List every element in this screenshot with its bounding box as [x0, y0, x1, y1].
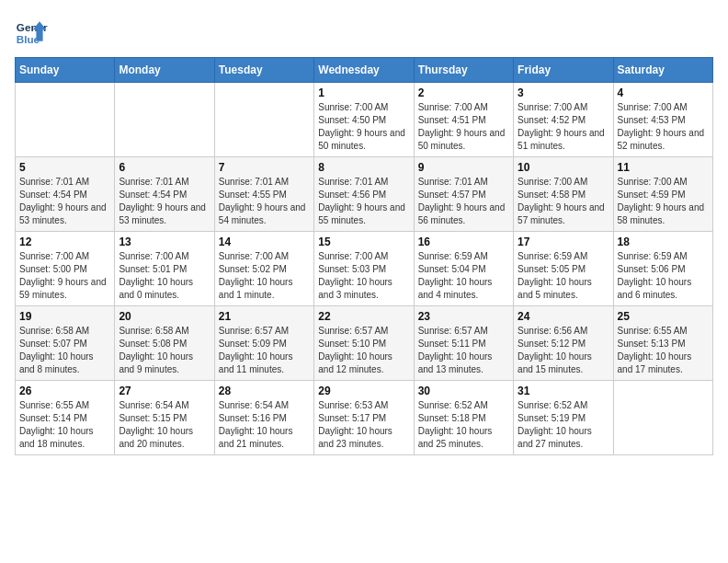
day-number: 18 — [618, 236, 709, 248]
calendar-cell: 16Sunrise: 6:59 AM Sunset: 5:04 PM Dayli… — [414, 232, 513, 306]
day-number: 14 — [219, 236, 310, 248]
day-info: Sunrise: 6:53 AM Sunset: 5:17 PM Dayligh… — [318, 399, 409, 451]
day-info: Sunrise: 6:58 AM Sunset: 5:08 PM Dayligh… — [119, 325, 210, 376]
calendar-cell: 15Sunrise: 7:00 AM Sunset: 5:03 PM Dayli… — [314, 232, 414, 306]
day-info: Sunrise: 6:54 AM Sunset: 5:15 PM Dayligh… — [119, 399, 210, 451]
day-number: 21 — [219, 310, 310, 323]
day-number: 12 — [19, 236, 110, 248]
day-number: 9 — [418, 161, 509, 174]
calendar-cell — [214, 83, 313, 157]
calendar-cell: 26Sunrise: 6:55 AM Sunset: 5:14 PM Dayli… — [16, 381, 115, 455]
day-info: Sunrise: 7:00 AM Sunset: 4:50 PM Dayligh… — [318, 101, 409, 153]
day-number: 26 — [19, 385, 110, 397]
calendar-cell: 5Sunrise: 7:01 AM Sunset: 4:54 PM Daylig… — [16, 157, 115, 232]
day-number: 13 — [119, 236, 210, 248]
day-info: Sunrise: 6:57 AM Sunset: 5:10 PM Dayligh… — [318, 325, 409, 376]
weekday-header: Monday — [115, 58, 214, 83]
day-number: 20 — [119, 310, 210, 323]
calendar-week-row: 26Sunrise: 6:55 AM Sunset: 5:14 PM Dayli… — [16, 381, 713, 455]
calendar-cell: 25Sunrise: 6:55 AM Sunset: 5:13 PM Dayli… — [613, 306, 712, 381]
day-number: 2 — [418, 86, 509, 99]
day-info: Sunrise: 7:00 AM Sunset: 5:01 PM Dayligh… — [119, 250, 210, 302]
day-number: 31 — [518, 385, 609, 397]
day-number: 16 — [418, 236, 509, 248]
day-number: 22 — [318, 310, 409, 323]
day-number: 10 — [518, 161, 609, 174]
calendar-cell: 18Sunrise: 6:59 AM Sunset: 5:06 PM Dayli… — [613, 232, 712, 306]
calendar-week-row: 1Sunrise: 7:00 AM Sunset: 4:50 PM Daylig… — [16, 83, 713, 157]
day-info: Sunrise: 6:58 AM Sunset: 5:07 PM Dayligh… — [19, 325, 110, 376]
day-info: Sunrise: 7:01 AM Sunset: 4:55 PM Dayligh… — [219, 176, 310, 227]
day-number: 8 — [318, 161, 409, 174]
day-number: 27 — [119, 385, 210, 397]
calendar-cell — [115, 83, 214, 157]
day-info: Sunrise: 7:00 AM Sunset: 4:51 PM Dayligh… — [418, 101, 509, 153]
day-info: Sunrise: 7:00 AM Sunset: 5:02 PM Dayligh… — [219, 250, 310, 302]
day-info: Sunrise: 6:55 AM Sunset: 5:13 PM Dayligh… — [618, 325, 709, 376]
calendar-cell: 20Sunrise: 6:58 AM Sunset: 5:08 PM Dayli… — [115, 306, 214, 381]
calendar-cell: 4Sunrise: 7:00 AM Sunset: 4:53 PM Daylig… — [613, 83, 712, 157]
day-number: 7 — [219, 161, 310, 174]
day-info: Sunrise: 7:00 AM Sunset: 4:59 PM Dayligh… — [618, 176, 709, 227]
weekday-header: Tuesday — [214, 58, 313, 83]
day-number: 11 — [618, 161, 709, 174]
calendar-cell: 10Sunrise: 7:00 AM Sunset: 4:58 PM Dayli… — [514, 157, 613, 232]
calendar-cell: 13Sunrise: 7:00 AM Sunset: 5:01 PM Dayli… — [115, 232, 214, 306]
day-number: 5 — [19, 161, 110, 174]
day-info: Sunrise: 6:55 AM Sunset: 5:14 PM Dayligh… — [19, 399, 110, 451]
day-info: Sunrise: 6:59 AM Sunset: 5:04 PM Dayligh… — [418, 250, 509, 302]
day-info: Sunrise: 7:01 AM Sunset: 4:57 PM Dayligh… — [418, 176, 509, 227]
calendar-body: 1Sunrise: 7:00 AM Sunset: 4:50 PM Daylig… — [16, 83, 713, 455]
calendar-cell: 9Sunrise: 7:01 AM Sunset: 4:57 PM Daylig… — [414, 157, 513, 232]
calendar-cell: 2Sunrise: 7:00 AM Sunset: 4:51 PM Daylig… — [414, 83, 513, 157]
day-number: 15 — [318, 236, 409, 248]
day-info: Sunrise: 7:00 AM Sunset: 4:53 PM Dayligh… — [618, 101, 709, 153]
calendar-week-row: 12Sunrise: 7:00 AM Sunset: 5:00 PM Dayli… — [16, 232, 713, 306]
calendar-cell: 12Sunrise: 7:00 AM Sunset: 5:00 PM Dayli… — [16, 232, 115, 306]
weekday-header: Saturday — [613, 58, 712, 83]
logo: General Blue — [15, 15, 48, 48]
weekday-header: Thursday — [414, 58, 513, 83]
weekday-header: Friday — [514, 58, 613, 83]
calendar-cell: 14Sunrise: 7:00 AM Sunset: 5:02 PM Dayli… — [214, 232, 313, 306]
day-number: 23 — [418, 310, 509, 323]
weekday-header-row: SundayMondayTuesdayWednesdayThursdayFrid… — [16, 58, 713, 83]
calendar-cell: 6Sunrise: 7:01 AM Sunset: 4:54 PM Daylig… — [115, 157, 214, 232]
day-number: 1 — [318, 86, 409, 99]
calendar-cell: 27Sunrise: 6:54 AM Sunset: 5:15 PM Dayli… — [115, 381, 214, 455]
day-info: Sunrise: 6:56 AM Sunset: 5:12 PM Dayligh… — [518, 325, 609, 376]
day-number: 25 — [618, 310, 709, 323]
calendar-cell — [613, 381, 712, 455]
day-number: 17 — [518, 236, 609, 248]
day-number: 4 — [618, 86, 709, 99]
day-info: Sunrise: 6:57 AM Sunset: 5:09 PM Dayligh… — [219, 325, 310, 376]
calendar-week-row: 5Sunrise: 7:01 AM Sunset: 4:54 PM Daylig… — [16, 157, 713, 232]
day-info: Sunrise: 6:54 AM Sunset: 5:16 PM Dayligh… — [219, 399, 310, 451]
day-number: 24 — [518, 310, 609, 323]
day-info: Sunrise: 7:00 AM Sunset: 4:58 PM Dayligh… — [518, 176, 609, 227]
calendar-cell: 7Sunrise: 7:01 AM Sunset: 4:55 PM Daylig… — [214, 157, 313, 232]
day-info: Sunrise: 7:00 AM Sunset: 5:00 PM Dayligh… — [19, 250, 110, 302]
day-info: Sunrise: 7:01 AM Sunset: 4:54 PM Dayligh… — [19, 176, 110, 227]
calendar-cell: 29Sunrise: 6:53 AM Sunset: 5:17 PM Dayli… — [314, 381, 414, 455]
day-info: Sunrise: 7:01 AM Sunset: 4:56 PM Dayligh… — [318, 176, 409, 227]
day-number: 29 — [318, 385, 409, 397]
calendar-cell: 19Sunrise: 6:58 AM Sunset: 5:07 PM Dayli… — [16, 306, 115, 381]
day-info: Sunrise: 6:59 AM Sunset: 5:05 PM Dayligh… — [518, 250, 609, 302]
weekday-header: Wednesday — [314, 58, 414, 83]
day-info: Sunrise: 7:00 AM Sunset: 5:03 PM Dayligh… — [318, 250, 409, 302]
calendar-cell: 30Sunrise: 6:52 AM Sunset: 5:18 PM Dayli… — [414, 381, 513, 455]
calendar-header: SundayMondayTuesdayWednesdayThursdayFrid… — [16, 58, 713, 83]
calendar-cell: 23Sunrise: 6:57 AM Sunset: 5:11 PM Dayli… — [414, 306, 513, 381]
calendar-week-row: 19Sunrise: 6:58 AM Sunset: 5:07 PM Dayli… — [16, 306, 713, 381]
day-number: 3 — [518, 86, 609, 99]
day-number: 28 — [219, 385, 310, 397]
calendar-cell: 22Sunrise: 6:57 AM Sunset: 5:10 PM Dayli… — [314, 306, 414, 381]
calendar-cell — [16, 83, 115, 157]
day-number: 6 — [119, 161, 210, 174]
calendar-cell: 1Sunrise: 7:00 AM Sunset: 4:50 PM Daylig… — [314, 83, 414, 157]
page-header: General Blue — [15, 15, 713, 48]
calendar-cell: 31Sunrise: 6:52 AM Sunset: 5:19 PM Dayli… — [514, 381, 613, 455]
day-info: Sunrise: 6:59 AM Sunset: 5:06 PM Dayligh… — [618, 250, 709, 302]
day-info: Sunrise: 7:00 AM Sunset: 4:52 PM Dayligh… — [518, 101, 609, 153]
